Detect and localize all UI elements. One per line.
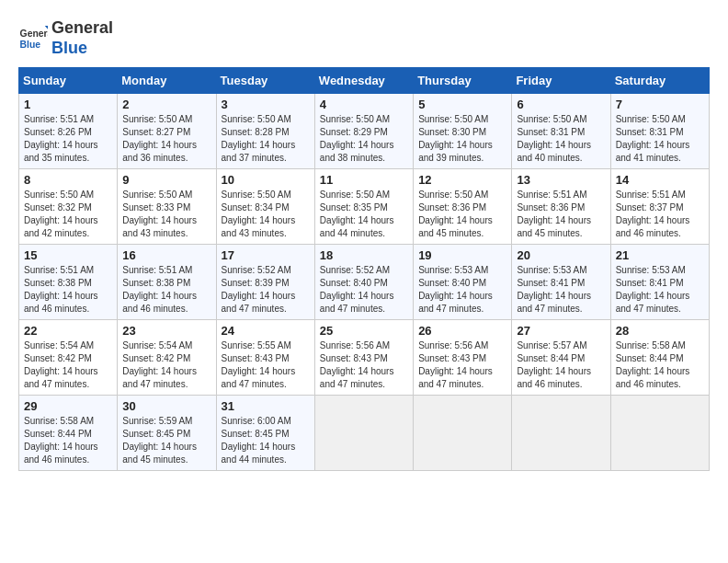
days-header-row: SundayMondayTuesdayWednesdayThursdayFrid…: [19, 68, 710, 94]
calendar-cell: 10 Sunrise: 5:50 AM Sunset: 8:34 PM Dayl…: [216, 169, 314, 245]
calendar-cell: 5 Sunrise: 5:50 AM Sunset: 8:30 PM Dayli…: [414, 94, 512, 169]
day-info: Sunrise: 5:52 AM Sunset: 8:39 PM Dayligh…: [222, 264, 310, 316]
day-number: 11: [320, 173, 408, 187]
day-number: 9: [122, 173, 210, 187]
calendar-cell: 8 Sunrise: 5:50 AM Sunset: 8:32 PM Dayli…: [19, 169, 118, 245]
day-info: Sunrise: 5:53 AM Sunset: 8:40 PM Dayligh…: [418, 264, 506, 316]
calendar-cell: 28 Sunrise: 5:58 AM Sunset: 8:44 PM Dayl…: [610, 320, 709, 396]
logo-text: General Blue: [51, 18, 113, 58]
calendar-cell: 31 Sunrise: 6:00 AM Sunset: 8:45 PM Dayl…: [216, 396, 314, 471]
day-info: Sunrise: 5:56 AM Sunset: 8:43 PM Dayligh…: [418, 339, 506, 391]
calendar-cell: 26 Sunrise: 5:56 AM Sunset: 8:43 PM Dayl…: [414, 320, 512, 396]
calendar-cell: 22 Sunrise: 5:54 AM Sunset: 8:42 PM Dayl…: [19, 320, 118, 396]
calendar-cell: 17 Sunrise: 5:52 AM Sunset: 8:39 PM Dayl…: [216, 245, 314, 320]
week-row-2: 1 Sunrise: 5:51 AM Sunset: 8:26 PM Dayli…: [19, 94, 710, 169]
week-row-6: 29 Sunrise: 5:58 AM Sunset: 8:44 PM Dayl…: [19, 396, 710, 471]
day-info: Sunrise: 5:50 AM Sunset: 8:31 PM Dayligh…: [517, 113, 605, 165]
day-number: 8: [24, 173, 112, 187]
day-number: 19: [418, 248, 506, 262]
calendar-cell: 7 Sunrise: 5:50 AM Sunset: 8:31 PM Dayli…: [610, 94, 709, 169]
day-header-tuesday: Tuesday: [216, 68, 314, 94]
day-info: Sunrise: 5:59 AM Sunset: 8:45 PM Dayligh…: [122, 415, 210, 466]
calendar-cell: 25 Sunrise: 5:56 AM Sunset: 8:43 PM Dayl…: [314, 320, 413, 396]
calendar-cell: 23 Sunrise: 5:54 AM Sunset: 8:42 PM Dayl…: [118, 320, 216, 396]
day-info: Sunrise: 5:50 AM Sunset: 8:33 PM Dayligh…: [122, 189, 210, 240]
day-number: 5: [418, 98, 506, 111]
day-number: 17: [222, 248, 310, 262]
day-number: 4: [320, 98, 408, 111]
day-number: 23: [122, 324, 210, 338]
day-info: Sunrise: 5:50 AM Sunset: 8:29 PM Dayligh…: [320, 113, 408, 165]
day-info: Sunrise: 5:51 AM Sunset: 8:38 PM Dayligh…: [122, 264, 210, 316]
day-info: Sunrise: 5:53 AM Sunset: 8:41 PM Dayligh…: [616, 264, 704, 316]
day-number: 13: [517, 173, 605, 187]
day-number: 26: [418, 324, 506, 338]
day-header-sunday: Sunday: [19, 68, 118, 94]
day-header-monday: Monday: [118, 68, 216, 94]
day-info: Sunrise: 5:57 AM Sunset: 8:44 PM Dayligh…: [517, 339, 605, 391]
calendar-cell: 24 Sunrise: 5:55 AM Sunset: 8:43 PM Dayl…: [216, 320, 314, 396]
day-number: 14: [616, 173, 704, 187]
page-header: General Blue General Blue: [18, 18, 710, 58]
week-row-5: 22 Sunrise: 5:54 AM Sunset: 8:42 PM Dayl…: [19, 320, 710, 396]
day-info: Sunrise: 5:50 AM Sunset: 8:36 PM Dayligh…: [418, 189, 506, 240]
day-info: Sunrise: 5:51 AM Sunset: 8:26 PM Dayligh…: [24, 113, 112, 165]
day-info: Sunrise: 5:56 AM Sunset: 8:43 PM Dayligh…: [320, 339, 408, 391]
calendar-cell: 21 Sunrise: 5:53 AM Sunset: 8:41 PM Dayl…: [610, 245, 709, 320]
day-info: Sunrise: 5:52 AM Sunset: 8:40 PM Dayligh…: [320, 264, 408, 316]
day-info: Sunrise: 5:55 AM Sunset: 8:43 PM Dayligh…: [222, 339, 310, 391]
day-number: 21: [616, 248, 704, 262]
calendar-cell: 9 Sunrise: 5:50 AM Sunset: 8:33 PM Dayli…: [118, 169, 216, 245]
day-number: 18: [320, 248, 408, 262]
logo: General Blue General Blue: [18, 18, 113, 58]
day-number: 29: [24, 399, 112, 413]
day-number: 28: [616, 324, 704, 338]
calendar-cell: 18 Sunrise: 5:52 AM Sunset: 8:40 PM Dayl…: [314, 245, 413, 320]
day-number: 25: [320, 324, 408, 338]
day-info: Sunrise: 5:50 AM Sunset: 8:35 PM Dayligh…: [320, 189, 408, 240]
calendar-cell: 15 Sunrise: 5:51 AM Sunset: 8:38 PM Dayl…: [19, 245, 118, 320]
day-info: Sunrise: 6:00 AM Sunset: 8:45 PM Dayligh…: [222, 415, 310, 466]
day-info: Sunrise: 5:50 AM Sunset: 8:30 PM Dayligh…: [418, 113, 506, 165]
day-info: Sunrise: 5:51 AM Sunset: 8:36 PM Dayligh…: [517, 189, 605, 240]
day-header-friday: Friday: [512, 68, 610, 94]
calendar-cell: 16 Sunrise: 5:51 AM Sunset: 8:38 PM Dayl…: [118, 245, 216, 320]
calendar-cell: 19 Sunrise: 5:53 AM Sunset: 8:40 PM Dayl…: [414, 245, 512, 320]
calendar-cell: [314, 396, 413, 471]
day-info: Sunrise: 5:54 AM Sunset: 8:42 PM Dayligh…: [24, 339, 112, 391]
calendar-cell: [512, 396, 610, 471]
day-info: Sunrise: 5:54 AM Sunset: 8:42 PM Dayligh…: [122, 339, 210, 391]
calendar-cell: 4 Sunrise: 5:50 AM Sunset: 8:29 PM Dayli…: [314, 94, 413, 169]
day-info: Sunrise: 5:50 AM Sunset: 8:31 PM Dayligh…: [616, 113, 704, 165]
day-number: 7: [616, 98, 704, 111]
svg-text:General: General: [20, 29, 48, 39]
day-number: 3: [222, 98, 310, 111]
week-row-3: 8 Sunrise: 5:50 AM Sunset: 8:32 PM Dayli…: [19, 169, 710, 245]
day-info: Sunrise: 5:51 AM Sunset: 8:38 PM Dayligh…: [24, 264, 112, 316]
calendar-cell: 29 Sunrise: 5:58 AM Sunset: 8:44 PM Dayl…: [19, 396, 118, 471]
day-info: Sunrise: 5:50 AM Sunset: 8:28 PM Dayligh…: [222, 113, 310, 165]
day-number: 10: [222, 173, 310, 187]
calendar-cell: 2 Sunrise: 5:50 AM Sunset: 8:27 PM Dayli…: [118, 94, 216, 169]
calendar-cell: 11 Sunrise: 5:50 AM Sunset: 8:35 PM Dayl…: [314, 169, 413, 245]
calendar-table: SundayMondayTuesdayWednesdayThursdayFrid…: [18, 67, 710, 471]
day-info: Sunrise: 5:58 AM Sunset: 8:44 PM Dayligh…: [616, 339, 704, 391]
day-header-wednesday: Wednesday: [314, 68, 413, 94]
calendar-cell: 6 Sunrise: 5:50 AM Sunset: 8:31 PM Dayli…: [512, 94, 610, 169]
calendar-cell: 20 Sunrise: 5:53 AM Sunset: 8:41 PM Dayl…: [512, 245, 610, 320]
day-info: Sunrise: 5:50 AM Sunset: 8:27 PM Dayligh…: [122, 113, 210, 165]
day-number: 24: [222, 324, 310, 338]
calendar-cell: 13 Sunrise: 5:51 AM Sunset: 8:36 PM Dayl…: [512, 169, 610, 245]
day-info: Sunrise: 5:50 AM Sunset: 8:32 PM Dayligh…: [24, 189, 112, 240]
day-header-saturday: Saturday: [610, 68, 709, 94]
day-number: 12: [418, 173, 506, 187]
day-info: Sunrise: 5:50 AM Sunset: 8:34 PM Dayligh…: [222, 189, 310, 240]
day-number: 31: [222, 399, 310, 413]
day-number: 15: [24, 248, 112, 262]
day-number: 6: [517, 98, 605, 111]
day-info: Sunrise: 5:58 AM Sunset: 8:44 PM Dayligh…: [24, 415, 112, 466]
day-number: 20: [517, 248, 605, 262]
day-number: 27: [517, 324, 605, 338]
day-number: 16: [122, 248, 210, 262]
day-header-thursday: Thursday: [414, 68, 512, 94]
